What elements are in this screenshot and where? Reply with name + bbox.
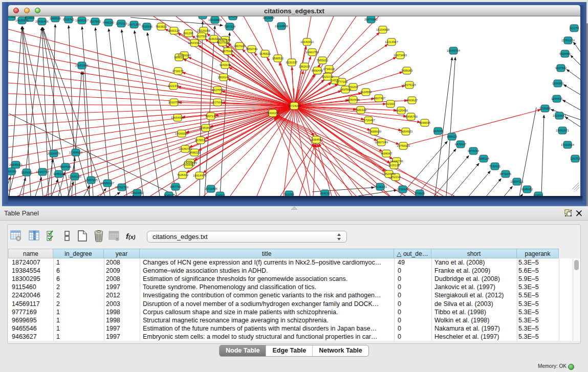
svg-text:1071913: 1071913 — [116, 22, 127, 26]
svg-text:10654112: 10654112 — [510, 180, 523, 184]
svg-text:17359924: 17359924 — [69, 151, 83, 155]
svg-text:12353594: 12353594 — [199, 126, 213, 130]
svg-text:10046786: 10046786 — [179, 147, 192, 151]
svg-text:938923: 938923 — [447, 135, 456, 139]
svg-text:1615132: 1615132 — [388, 164, 400, 167]
svg-text:3875685: 3875685 — [222, 50, 234, 53]
svg-text:62160: 62160 — [386, 102, 395, 106]
svg-text:7632621: 7632621 — [489, 165, 501, 168]
svg-text:16210643: 16210643 — [553, 114, 566, 118]
svg-text:9827506: 9827506 — [196, 35, 208, 38]
svg-text:18724007: 18724007 — [288, 104, 301, 108]
svg-text:20206576: 20206576 — [47, 152, 60, 156]
svg-text:164095: 164095 — [433, 129, 443, 133]
svg-text:3624554: 3624554 — [360, 91, 372, 94]
svg-text:7485063: 7485063 — [401, 69, 413, 73]
svg-text:7986322: 7986322 — [355, 108, 367, 112]
svg-text:18807249: 18807249 — [375, 141, 388, 144]
svg-text:15720407: 15720407 — [362, 119, 375, 122]
svg-text:8220337: 8220337 — [286, 61, 298, 64]
svg-text:8660124: 8660124 — [168, 29, 180, 33]
svg-text:1527602: 1527602 — [90, 20, 101, 24]
svg-text:1362615: 1362615 — [299, 65, 311, 69]
svg-text:1209383: 1209383 — [552, 82, 564, 85]
svg-text:19384554: 19384554 — [310, 138, 323, 142]
svg-text:15495758: 15495758 — [404, 115, 418, 119]
svg-text:9245652: 9245652 — [521, 188, 533, 191]
svg-text:14136141: 14136141 — [374, 185, 387, 189]
svg-text:3498222: 3498222 — [189, 151, 201, 155]
svg-text:19654923: 19654923 — [399, 130, 412, 134]
svg-text:15716485: 15716485 — [204, 187, 217, 191]
svg-text:9463627: 9463627 — [406, 99, 418, 102]
svg-text:864341: 864341 — [228, 16, 237, 18]
svg-text:7663822: 7663822 — [156, 25, 167, 29]
svg-text:20691406: 20691406 — [35, 20, 49, 24]
svg-text:974503: 974503 — [415, 192, 424, 195]
svg-text:11923468: 11923468 — [130, 191, 143, 195]
svg-text:10958107: 10958107 — [101, 182, 114, 185]
svg-text:190434: 190434 — [198, 16, 208, 17]
svg-text:10807487: 10807487 — [372, 97, 385, 100]
svg-text:16671355: 16671355 — [127, 23, 141, 27]
svg-text:9684067: 9684067 — [381, 152, 393, 156]
svg-text:13524851: 13524851 — [382, 172, 396, 176]
svg-text:393159: 393159 — [8, 170, 16, 173]
svg-text:8471676: 8471676 — [500, 172, 512, 176]
svg-text:10973493: 10973493 — [394, 54, 407, 57]
svg-text:9329966: 9329966 — [559, 52, 571, 56]
svg-text:761256: 761256 — [284, 193, 294, 196]
svg-text:10543382: 10543382 — [188, 41, 201, 45]
svg-text:7955812: 7955812 — [317, 59, 329, 62]
svg-text:1588520: 1588520 — [272, 57, 284, 60]
svg-text:1221338: 1221338 — [168, 84, 180, 88]
svg-text:15692971: 15692971 — [556, 129, 569, 133]
svg-text:9777169: 9777169 — [336, 80, 348, 84]
svg-text:126753: 126753 — [570, 157, 580, 161]
svg-text:9327508: 9327508 — [217, 41, 229, 45]
svg-text:111274: 111274 — [570, 27, 579, 30]
svg-text:16648784: 16648784 — [447, 49, 461, 53]
svg-text:824501: 824501 — [533, 194, 543, 196]
svg-text:904501: 904501 — [164, 194, 173, 196]
svg-text:6466160: 6466160 — [103, 21, 115, 25]
svg-text:12942737: 12942737 — [36, 170, 49, 174]
svg-text:989011: 989011 — [175, 56, 184, 59]
svg-text:16154808: 16154808 — [376, 28, 389, 32]
svg-text:10688609: 10688609 — [368, 130, 381, 134]
svg-text:17957225: 17957225 — [84, 179, 98, 182]
svg-text:7625402: 7625402 — [177, 173, 189, 177]
svg-text:10655267: 10655267 — [75, 19, 89, 23]
svg-text:12505135: 12505135 — [68, 175, 81, 179]
svg-text:1145194: 1145194 — [53, 172, 65, 176]
svg-text:2718176: 2718176 — [172, 70, 184, 73]
svg-text:2803144: 2803144 — [218, 76, 230, 79]
svg-text:6479197: 6479197 — [455, 143, 467, 146]
svg-text:924502: 924502 — [215, 194, 225, 196]
svg-text:9227342: 9227342 — [555, 67, 567, 70]
svg-text:17016504: 17016504 — [561, 143, 575, 147]
svg-text:16033809: 16033809 — [208, 18, 222, 22]
svg-text:18300295: 18300295 — [266, 112, 279, 115]
svg-text:16640910: 16640910 — [300, 40, 314, 44]
svg-text:16914479: 16914479 — [193, 174, 206, 178]
svg-text:6794028: 6794028 — [323, 68, 335, 71]
svg-text:16120746: 16120746 — [390, 160, 403, 163]
svg-text:19218506: 19218506 — [275, 25, 288, 28]
svg-text:1065526: 1065526 — [50, 17, 61, 20]
svg-text:9699695: 9699695 — [419, 121, 431, 125]
svg-text:9146821: 9146821 — [259, 52, 271, 56]
svg-text:8454749: 8454749 — [246, 48, 258, 51]
svg-text:19166825: 19166825 — [175, 132, 188, 136]
svg-text:9857791: 9857791 — [170, 185, 182, 189]
svg-text:20053346: 20053346 — [75, 64, 89, 68]
svg-text:8678532: 8678532 — [195, 139, 207, 142]
svg-text:12213967: 12213967 — [385, 40, 398, 44]
svg-text:1621072: 1621072 — [322, 75, 334, 79]
svg-text:9474444: 9474444 — [468, 149, 480, 153]
svg-text:8122761: 8122761 — [63, 18, 75, 21]
svg-text:2935114: 2935114 — [478, 157, 490, 161]
svg-text:1215958: 1215958 — [539, 107, 551, 111]
svg-text:1733426: 1733426 — [397, 188, 409, 191]
svg-text:963904: 963904 — [25, 16, 35, 20]
